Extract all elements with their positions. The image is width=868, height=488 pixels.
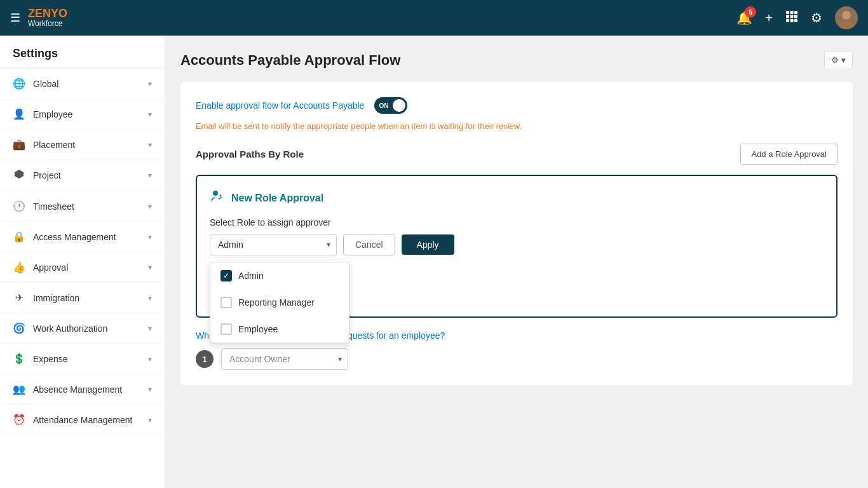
admin-checkbox: ✓	[220, 270, 232, 281]
toggle-on-text: ON	[379, 102, 388, 109]
svg-rect-6	[786, 19, 789, 22]
sidebar-label-project: Project	[33, 170, 61, 180]
grid-icon[interactable]	[785, 10, 798, 26]
sidebar-item-timesheet[interactable]: 🕐 Timesheet ▾	[0, 191, 165, 222]
account-owner-select-wrapper: Account Owner ▾	[221, 348, 348, 370]
sidebar-label-global: Global	[33, 79, 58, 89]
sidebar-item-employee[interactable]: 👤 Employee ▾	[0, 99, 165, 130]
expense-icon: 💲	[13, 353, 25, 365]
page-settings-button[interactable]: ⚙ ▾	[824, 51, 853, 69]
approval-flow-toggle[interactable]: ON	[374, 97, 407, 114]
sidebar-label-attendance-management: Attendance Management	[33, 415, 132, 425]
cancel-button[interactable]: Cancel	[343, 234, 395, 255]
timesheet-icon: 🕐	[13, 200, 25, 212]
sidebar-item-global[interactable]: 🌐 Global ▾	[0, 69, 165, 99]
svg-rect-2	[794, 11, 797, 14]
chevron-down-icon: ▾	[148, 110, 152, 119]
sidebar-item-project[interactable]: Project ▾	[0, 160, 165, 191]
sidebar-item-absence-management[interactable]: 👥 Absence Management ▾	[0, 374, 165, 405]
sidebar-label-placement: Placement	[33, 140, 75, 150]
dropdown-label-admin: Admin	[238, 271, 264, 281]
chevron-down-icon: ▾	[148, 416, 152, 424]
page-header: Accounts Payable Approval Flow ⚙ ▾	[180, 51, 853, 69]
enable-label: Enable approval flow for Accounts Payabl…	[196, 100, 364, 111]
chevron-down-icon: ▾	[148, 202, 152, 211]
sidebar-title: Settings	[0, 36, 165, 69]
chevron-down-icon: ▾	[148, 294, 152, 302]
placement-icon: 💼	[13, 139, 25, 151]
hamburger-icon[interactable]: ☰	[10, 11, 20, 25]
settings-icon[interactable]: ⚙	[811, 10, 822, 25]
reporting-manager-checkbox	[220, 297, 232, 308]
dropdown-arrow-icon: ▾	[841, 55, 846, 65]
nav-icons: 🔔 5 + ⚙	[736, 6, 858, 29]
apply-button[interactable]: Apply	[402, 234, 454, 255]
global-icon: 🌐	[13, 78, 25, 90]
add-role-approval-button[interactable]: Add a Role Approval	[740, 144, 837, 165]
approval-flow-card: Enable approval flow for Accounts Payabl…	[180, 82, 853, 385]
sidebar-label-approval: Approval	[33, 262, 68, 273]
role-approval-header: New Role Approval	[210, 189, 824, 207]
account-owner-select[interactable]: Account Owner	[221, 348, 348, 370]
main-content: Accounts Payable Approval Flow ⚙ ▾ Enabl…	[165, 36, 868, 488]
immigration-icon: ✈	[13, 292, 25, 304]
sidebar-label-expense: Expense	[33, 354, 67, 364]
approver-row: 1 Account Owner ▾	[196, 348, 837, 370]
absence-management-icon: 👥	[13, 383, 25, 395]
sidebar-label-work-authorization: Work Authorization	[33, 323, 107, 334]
chevron-down-icon: ▾	[148, 79, 152, 88]
page-header-actions: ⚙ ▾	[824, 51, 853, 69]
svg-rect-1	[790, 11, 794, 14]
work-authorization-icon: 🌀	[13, 322, 25, 334]
svg-rect-7	[790, 19, 794, 22]
svg-rect-4	[790, 15, 794, 18]
new-role-approval-box: New Role Approval Select Role to assign …	[196, 175, 837, 318]
dropdown-item-reporting-manager[interactable]: Reporting Manager	[210, 289, 349, 316]
sidebar-item-attendance-management[interactable]: ⏰ Attendance Management ▾	[0, 405, 165, 435]
notification-icon[interactable]: 🔔 5	[736, 10, 752, 25]
approval-icon: 👍	[13, 261, 25, 273]
attendance-management-icon: ⏰	[13, 414, 25, 426]
sidebar-item-immigration[interactable]: ✈ Immigration ▾	[0, 283, 165, 313]
sidebar-item-placement[interactable]: 💼 Placement ▾	[0, 130, 165, 160]
chevron-down-icon: ▾	[148, 324, 152, 333]
chevron-down-icon: ▾	[148, 355, 152, 363]
sidebar-item-approval[interactable]: 👍 Approval ▾	[0, 252, 165, 283]
role-approval-icon	[210, 189, 225, 207]
approval-paths-section-header: Approval Paths By Role Add a Role Approv…	[196, 144, 837, 165]
project-icon	[13, 169, 25, 182]
select-role-label: Select Role to assign approver	[210, 217, 824, 227]
logo-text: ZENYO	[28, 8, 67, 20]
sidebar-label-employee: Employee	[33, 109, 72, 119]
new-role-approval-title: New Role Approval	[231, 193, 323, 204]
app-logo: ZENYO Workforce	[28, 8, 67, 29]
access-management-icon: 🔒	[13, 231, 25, 243]
employee-checkbox	[220, 323, 232, 335]
svg-point-14	[220, 195, 222, 197]
gear-icon: ⚙	[831, 55, 839, 65]
add-icon[interactable]: +	[765, 11, 773, 25]
email-notification-note: Email will be sent to notify the appropr…	[196, 121, 837, 131]
avatar[interactable]	[835, 6, 858, 29]
sidebar-item-access-management[interactable]: 🔒 Access Management ▾	[0, 222, 165, 252]
sidebar-item-expense[interactable]: 💲 Expense ▾	[0, 344, 165, 374]
employee-icon: 👤	[13, 108, 25, 120]
svg-rect-8	[794, 19, 797, 22]
logo-subtext: Workforce	[28, 20, 67, 28]
top-navigation: ☰ ZENYO Workforce 🔔 5 + ⚙	[0, 0, 868, 36]
chevron-down-icon: ▾	[148, 140, 152, 149]
toggle-knob	[393, 99, 405, 112]
svg-point-13	[213, 191, 218, 196]
dropdown-label-employee: Employee	[238, 324, 278, 334]
dropdown-item-admin[interactable]: ✓ Admin	[210, 262, 349, 289]
select-role-row: Admin Reporting Manager Employee ▾ ✓ Adm…	[210, 234, 824, 255]
dropdown-item-employee[interactable]: Employee	[210, 316, 349, 342]
sidebar-label-absence-management: Absence Management	[33, 384, 122, 395]
svg-rect-5	[794, 15, 797, 18]
main-layout: Settings 🌐 Global ▾ 👤 Employee ▾ 💼 Place…	[0, 0, 868, 488]
role-select-wrapper: Admin Reporting Manager Employee ▾ ✓ Adm…	[210, 234, 337, 255]
role-dropdown-menu: ✓ Admin Reporting Manager Employee	[210, 262, 349, 343]
sidebar-item-work-authorization[interactable]: 🌀 Work Authorization ▾	[0, 313, 165, 344]
sidebar-label-timesheet: Timesheet	[33, 201, 74, 212]
role-select[interactable]: Admin Reporting Manager Employee	[210, 234, 337, 255]
